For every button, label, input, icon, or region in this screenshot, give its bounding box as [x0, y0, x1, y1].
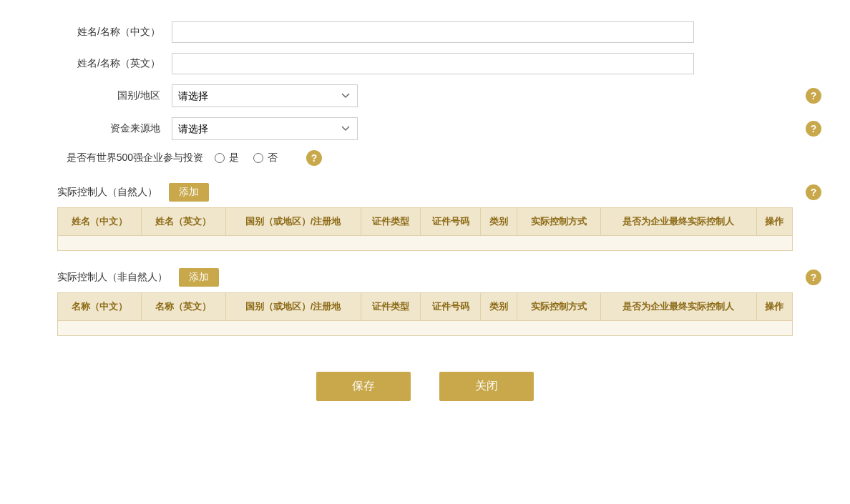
fortune500-label: 是否有世界500强企业参与投资 — [57, 152, 215, 164]
natural-col-cert-no: 证件号码 — [421, 208, 481, 236]
non-natural-col-name-cn: 名称（中文） — [58, 293, 142, 321]
non-natural-person-table: 名称（中文） 名称（英文） 国别（或地区）/注册地 证件类型 证件号码 类别 实… — [57, 292, 793, 336]
controller-non-natural-title: 实际控制人（非自然人） — [57, 271, 167, 284]
country-label: 国别/地区 — [57, 89, 172, 102]
natural-col-control-method: 实际控制方式 — [517, 208, 600, 236]
bottom-buttons: 保存 关闭 — [57, 372, 793, 423]
fund-source-row: 资金来源地 请选择 ? — [57, 117, 793, 140]
natural-person-header-row: 姓名（中文） 姓名（英文） 国别（或地区）/注册地 证件类型 证件号码 类别 实… — [58, 208, 793, 236]
add-non-natural-button[interactable]: 添加 — [179, 268, 219, 287]
non-natural-empty-cell — [58, 321, 793, 336]
fortune500-yes-radio[interactable] — [215, 153, 225, 163]
save-button[interactable]: 保存 — [316, 372, 411, 401]
natural-person-table: 姓名（中文） 姓名（英文） 国别（或地区）/注册地 证件类型 证件号码 类别 实… — [57, 207, 793, 251]
natural-col-name-en: 姓名（英文） — [142, 208, 225, 236]
non-natural-col-country: 国别（或地区）/注册地 — [225, 293, 361, 321]
natural-col-country: 国别（或地区）/注册地 — [225, 208, 361, 236]
controller-non-natural-header: 实际控制人（非自然人） 添加 ? — [57, 268, 793, 287]
non-natural-person-header-row: 名称（中文） 名称（英文） 国别（或地区）/注册地 证件类型 证件号码 类别 实… — [58, 293, 793, 321]
non-natural-col-action: 操作 — [756, 293, 792, 321]
fund-source-label: 资金来源地 — [57, 122, 172, 135]
natural-col-action: 操作 — [756, 208, 792, 236]
non-natural-col-ultimate-controller: 是否为企业最终实际控制人 — [600, 293, 756, 321]
fortune500-no-radio[interactable] — [253, 153, 263, 163]
name-cn-row: 姓名/名称（中文） — [57, 21, 793, 43]
natural-person-table-body — [58, 236, 793, 251]
name-cn-input[interactable] — [172, 21, 694, 43]
fortune500-yes-option[interactable]: 是 — [215, 152, 239, 164]
fortune500-no-option[interactable]: 否 — [253, 152, 278, 164]
fortune500-no-label: 否 — [268, 152, 278, 164]
non-natural-col-cert-type: 证件类型 — [361, 293, 421, 321]
non-natural-col-name-en: 名称（英文） — [142, 293, 225, 321]
fund-source-select[interactable]: 请选择 — [172, 117, 358, 140]
non-natural-col-cert-no: 证件号码 — [421, 293, 481, 321]
non-natural-person-table-body — [58, 321, 793, 336]
natural-person-table-head: 姓名（中文） 姓名（英文） 国别（或地区）/注册地 证件类型 证件号码 类别 实… — [58, 208, 793, 236]
controller-non-natural-section: 实际控制人（非自然人） 添加 ? 名称（中文） 名称（英文） 国别（或地区）/注… — [57, 268, 793, 336]
fortune500-row: 是否有世界500强企业参与投资 是 否 ? — [57, 150, 793, 166]
natural-col-cert-type: 证件类型 — [361, 208, 421, 236]
natural-col-ultimate-controller: 是否为企业最终实际控制人 — [600, 208, 756, 236]
non-natural-empty-row — [58, 321, 793, 336]
fortune500-help-icon[interactable]: ? — [306, 150, 322, 166]
name-cn-label: 姓名/名称（中文） — [57, 26, 172, 39]
fund-source-help-icon[interactable]: ? — [806, 121, 821, 137]
fortune500-yes-label: 是 — [229, 152, 239, 164]
name-en-label: 姓名/名称（英文） — [57, 57, 172, 70]
country-row: 国别/地区 请选择 ? — [57, 84, 793, 107]
controller-natural-section: 实际控制人（自然人） 添加 ? 姓名（中文） 姓名（英文） 国别（或地区）/注册… — [57, 183, 793, 251]
non-natural-col-category: 类别 — [481, 293, 517, 321]
page-container: 姓名/名称（中文） 姓名/名称（英文） 国别/地区 请选择 ? 资金来源地 请选… — [0, 0, 850, 504]
close-button[interactable]: 关闭 — [439, 372, 534, 401]
controller-natural-help-icon[interactable]: ? — [806, 184, 821, 200]
natural-col-category: 类别 — [481, 208, 517, 236]
name-en-input[interactable] — [172, 53, 694, 74]
natural-empty-cell — [58, 236, 793, 251]
form-section: 姓名/名称（中文） 姓名/名称（英文） 国别/地区 请选择 ? 资金来源地 请选… — [57, 21, 793, 166]
non-natural-col-control-method: 实际控制方式 — [517, 293, 600, 321]
controller-natural-header: 实际控制人（自然人） 添加 ? — [57, 183, 793, 202]
controller-natural-title: 实际控制人（自然人） — [57, 186, 157, 199]
name-en-row: 姓名/名称（英文） — [57, 53, 793, 74]
country-select[interactable]: 请选择 — [172, 84, 358, 107]
controller-non-natural-help-icon[interactable]: ? — [806, 270, 821, 285]
natural-col-name-cn: 姓名（中文） — [58, 208, 142, 236]
country-help-icon[interactable]: ? — [806, 88, 821, 104]
add-natural-button[interactable]: 添加 — [169, 183, 209, 202]
natural-empty-row — [58, 236, 793, 251]
fortune500-radio-group: 是 否 — [215, 152, 278, 164]
non-natural-person-table-head: 名称（中文） 名称（英文） 国别（或地区）/注册地 证件类型 证件号码 类别 实… — [58, 293, 793, 321]
